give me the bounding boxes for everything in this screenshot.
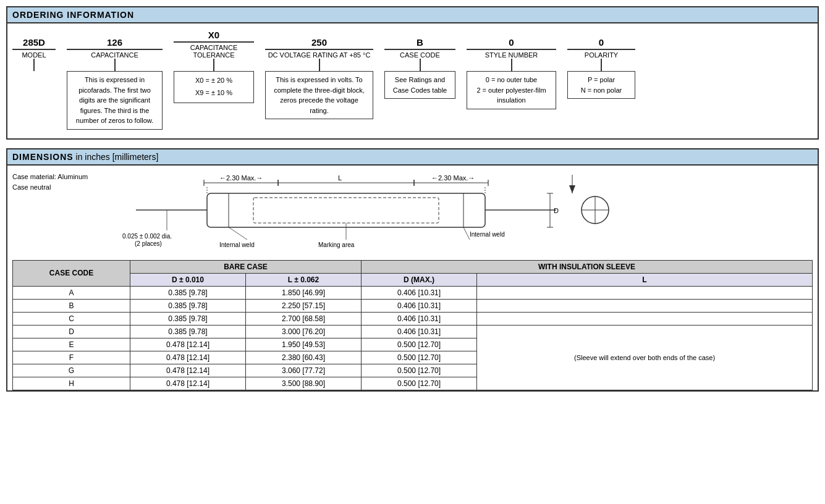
voltage-desc: This is expressed in volts. To complete … xyxy=(265,71,373,119)
ordering-header: ORDERING INFORMATION xyxy=(7,7,818,23)
dimensions-subtitle: in inches [millimeters] xyxy=(74,152,159,162)
sleeve-note-cell: (Sleeve will extend over both ends of th… xyxy=(477,325,813,390)
ordering-title: ORDERING INFORMATION xyxy=(12,10,134,20)
sleeve-empty-cell xyxy=(477,312,813,325)
dimensions-table: CASE CODE BARE CASE WITH INSULATION SLEE… xyxy=(12,260,813,390)
d-bare-cell: 0.385 [9.78] xyxy=(130,312,245,325)
dimensions-body: Case material: Aluminum Case neutral ←2.… xyxy=(7,166,818,390)
polarity-code: 0 xyxy=(567,37,635,50)
l-bare-cell: 1.950 [49.53] xyxy=(245,338,361,351)
tolerance-code: X0 xyxy=(174,30,254,43)
d-bare-cell: 0.478 [12.14] xyxy=(130,377,245,390)
d-bare-cell: 0.478 [12.14] xyxy=(130,338,245,351)
polarity-label: POLARITY xyxy=(585,51,618,59)
col-header-l-sleeve: L xyxy=(477,273,813,286)
d-sleeve-cell: 0.406 [10.31] xyxy=(362,312,477,325)
svg-rect-12 xyxy=(207,193,485,227)
col-header-case-code: CASE CODE xyxy=(13,260,130,286)
case-code-cell: B xyxy=(13,299,130,312)
svg-rect-13 xyxy=(253,198,439,223)
case-code-cell: G xyxy=(13,364,130,377)
col-header-with-sleeve: WITH INSULATION SLEEVE xyxy=(362,260,813,273)
d-bare-cell: 0.385 [9.78] xyxy=(130,325,245,338)
capacitance-desc: This is expressed in picofarads. The fir… xyxy=(67,71,163,130)
d-bare-cell: 0.478 [12.14] xyxy=(130,364,245,377)
d-sleeve-cell: 0.500 [12.70] xyxy=(362,338,477,351)
case-code-cell: C xyxy=(13,312,130,325)
l-bare-cell: 1.850 [46.99] xyxy=(245,286,361,299)
svg-text:←2.30 Max.→: ←2.30 Max.→ xyxy=(219,174,263,182)
diagram-area: Case material: Aluminum Case neutral ←2.… xyxy=(12,172,813,254)
svg-text:L: L xyxy=(338,174,342,182)
case-info: Case material: Aluminum Case neutral xyxy=(12,172,93,193)
svg-text:Internal weld: Internal weld xyxy=(470,231,505,238)
d-bare-cell: 0.478 [12.14] xyxy=(130,351,245,364)
svg-marker-34 xyxy=(569,185,575,193)
sleeve-empty-cell xyxy=(477,299,813,312)
case-neutral: Case neutral xyxy=(12,182,93,193)
style-desc: 0 = no outer tube 2 = outer polyester-fi… xyxy=(467,71,556,109)
voltage-label: DC VOLTAGE RATING AT +85 °C xyxy=(268,51,371,59)
table-row: B0.385 [9.78]2.250 [57.15]0.406 [10.31] xyxy=(13,299,813,312)
l-bare-cell: 2.700 [68.58] xyxy=(245,312,361,325)
l-bare-cell: 3.060 [77.72] xyxy=(245,364,361,377)
case-code-cell: D xyxy=(13,325,130,338)
capacitance-code: 126 xyxy=(67,37,163,50)
svg-text:(2 places): (2 places) xyxy=(135,240,162,247)
svg-text:Marking area: Marking area xyxy=(318,242,355,248)
case-code-cell: H xyxy=(13,377,130,390)
l-bare-cell: 2.250 [57.15] xyxy=(245,299,361,312)
ordering-section: ORDERING INFORMATION 285D MODEL 126 CAPA… xyxy=(6,6,819,140)
case-label: CASE CODE xyxy=(400,51,440,59)
style-code: 0 xyxy=(467,37,556,50)
l-bare-cell: 3.000 [76.20] xyxy=(245,325,361,338)
d-bare-cell: 0.385 [9.78] xyxy=(130,286,245,299)
case-desc: See Ratings and Case Codes table xyxy=(384,71,455,99)
capacitor-diagram: ←2.30 Max.→ L ←2.30 Max.→ xyxy=(105,172,813,254)
col-header-bare-case: BARE CASE xyxy=(130,260,361,273)
dimensions-header: DIMENSIONS in inches [millimeters] xyxy=(7,149,818,166)
model-label: MODEL xyxy=(22,51,46,59)
l-bare-cell: 2.380 [60.43] xyxy=(245,351,361,364)
svg-text:0.025 ± 0.002 dia.: 0.025 ± 0.002 dia. xyxy=(122,233,172,240)
case-material: Case material: Aluminum xyxy=(12,172,93,183)
d-sleeve-cell: 0.500 [12.70] xyxy=(362,377,477,390)
case-code: B xyxy=(384,37,455,50)
ordering-body: 285D MODEL 126 CAPACITANCE X0 CAPACITANC… xyxy=(7,23,818,138)
case-code-cell: F xyxy=(13,351,130,364)
svg-text:←2.30 Max.→: ←2.30 Max.→ xyxy=(431,174,475,182)
svg-line-20 xyxy=(229,227,247,240)
dimensions-title: DIMENSIONS xyxy=(12,152,74,162)
tolerance-desc: X0 = ± 20 % X9 = ± 10 % xyxy=(174,71,254,103)
tolerance-label: CAPACITANCE TOLERANCE xyxy=(174,44,254,59)
d-sleeve-cell: 0.406 [10.31] xyxy=(362,325,477,338)
voltage-code: 250 xyxy=(265,37,373,50)
dimensions-section: DIMENSIONS in inches [millimeters] Case … xyxy=(6,148,819,392)
table-row: D0.385 [9.78]3.000 [76.20]0.406 [10.31](… xyxy=(13,325,813,338)
polarity-desc: P = polar N = non polar xyxy=(567,71,635,99)
capacitor-svg: ←2.30 Max.→ L ←2.30 Max.→ xyxy=(105,172,618,252)
svg-text:Internal weld: Internal weld xyxy=(219,242,255,248)
table-row: C0.385 [9.78]2.700 [68.58]0.406 [10.31] xyxy=(13,312,813,325)
col-header-d-bare: D ± 0.010 xyxy=(130,273,245,286)
d-sleeve-cell: 0.406 [10.31] xyxy=(362,286,477,299)
case-code-cell: A xyxy=(13,286,130,299)
d-bare-cell: 0.385 [9.78] xyxy=(130,299,245,312)
capacitance-label: CAPACITANCE xyxy=(91,51,138,59)
l-bare-cell: 3.500 [88.90] xyxy=(245,377,361,390)
d-sleeve-cell: 0.406 [10.31] xyxy=(362,299,477,312)
d-sleeve-cell: 0.500 [12.70] xyxy=(362,351,477,364)
sleeve-empty-cell xyxy=(477,286,813,299)
style-label: STYLE NUMBER xyxy=(485,51,538,59)
d-sleeve-cell: 0.500 [12.70] xyxy=(362,364,477,377)
svg-line-24 xyxy=(463,227,470,240)
model-code: 285D xyxy=(12,37,56,50)
table-row: A0.385 [9.78]1.850 [46.99]0.406 [10.31] xyxy=(13,286,813,299)
col-header-l-bare: L ± 0.062 xyxy=(245,273,361,286)
col-header-d-sleeve: D (MAX.) xyxy=(362,273,477,286)
svg-text:D: D xyxy=(554,207,559,214)
case-code-cell: E xyxy=(13,338,130,351)
